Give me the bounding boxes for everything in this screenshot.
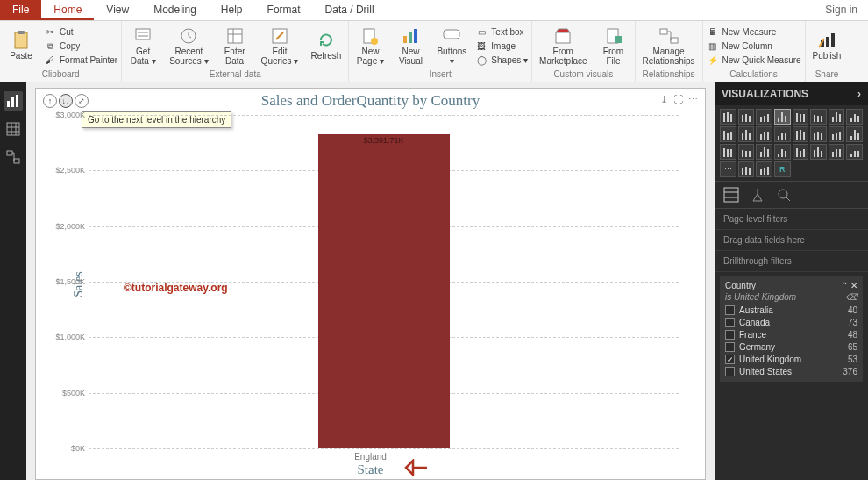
drag-fields-hint[interactable]: Drag data fields here — [715, 230, 868, 251]
svg-rect-53 — [742, 133, 743, 140]
drill-expand-button[interactable]: ⤢ — [75, 94, 89, 108]
checkbox[interactable] — [725, 318, 735, 327]
group-label-relationships: Relationships — [639, 69, 699, 80]
visualizations-header[interactable]: VISUALIZATIONS › — [715, 82, 868, 105]
viz-type-icon[interactable] — [846, 109, 863, 125]
viz-type-icon[interactable] — [810, 109, 827, 125]
viz-type-icon[interactable] — [774, 126, 791, 142]
tab-data-drill[interactable]: Data / Drill — [313, 0, 387, 20]
format-tab-icon[interactable] — [750, 187, 765, 203]
viz-type-icon[interactable] — [738, 144, 755, 160]
viz-type-icon[interactable] — [846, 126, 863, 142]
data-view-button[interactable] — [4, 119, 23, 139]
filter-value-row[interactable]: United Kingdom53 — [725, 355, 857, 364]
checkbox[interactable] — [725, 342, 735, 352]
file-menu[interactable]: File — [0, 0, 41, 20]
report-canvas[interactable]: ↑ ↓↓ ⤢ Go to the next level in the hiera… — [26, 82, 715, 480]
shapes-button[interactable]: ◯Shapes ▾ — [475, 54, 528, 67]
image-button[interactable]: 🖼Image — [475, 40, 528, 53]
focus-mode-icon[interactable]: ⛶ — [673, 94, 683, 105]
sign-in-link[interactable]: Sign in — [815, 0, 868, 20]
viz-type-icon[interactable] — [774, 109, 791, 125]
from-marketplace-button[interactable]: From Marketplace — [536, 25, 590, 68]
viz-type-icon[interactable]: ⋯ — [720, 161, 736, 177]
filter-value-row[interactable]: Australia40 — [725, 305, 857, 315]
viz-type-icon[interactable] — [738, 161, 755, 177]
get-data-button[interactable]: Get Data ▾ — [125, 25, 160, 68]
new-column-button[interactable]: ▥New Column — [707, 40, 801, 53]
bar-value-label: $3,391.71K — [318, 136, 450, 145]
model-view-button[interactable] — [4, 147, 23, 167]
filter-value-row[interactable]: United States376 — [725, 367, 857, 376]
more-options-icon[interactable]: ⋯ — [688, 94, 698, 105]
bar-england[interactable]: $3,391.71K — [318, 134, 450, 448]
report-view-button[interactable] — [4, 91, 23, 111]
viz-type-icon[interactable] — [793, 126, 809, 142]
viz-type-icon[interactable] — [756, 126, 772, 142]
filter-value-row[interactable]: Canada73 — [725, 318, 857, 327]
paste-button[interactable]: Paste — [4, 29, 39, 63]
viz-type-icon[interactable]: R — [774, 161, 791, 177]
drill-mode-icon[interactable]: ⤓ — [660, 94, 668, 105]
analytics-tab-icon[interactable] — [776, 187, 792, 203]
viz-type-icon[interactable] — [829, 144, 845, 160]
buttons-button[interactable]: Buttons ▾ — [433, 25, 470, 68]
new-measure-button[interactable]: 🖩New Measure — [707, 26, 801, 39]
tab-modeling[interactable]: Modeling — [141, 0, 209, 20]
refresh-button[interactable]: Refresh — [307, 29, 345, 63]
viz-type-icon[interactable] — [738, 126, 755, 142]
viz-type-icon[interactable] — [810, 144, 827, 160]
edit-queries-button[interactable]: Edit Queries ▾ — [258, 25, 302, 68]
new-page-button[interactable]: New Page ▾ — [352, 25, 388, 68]
filter-clear-icon[interactable]: ⌫ — [845, 292, 857, 302]
tab-format[interactable]: Format — [255, 0, 313, 20]
enter-data-button[interactable]: Enter Data — [217, 25, 253, 68]
viz-type-icon[interactable] — [720, 144, 736, 160]
drill-next-level-button[interactable]: ↓↓ — [59, 94, 73, 108]
fields-tab-icon[interactable] — [723, 187, 739, 203]
svg-rect-12 — [556, 32, 570, 43]
filter-value-row[interactable]: France48 — [725, 330, 857, 340]
publish-button[interactable]: Publish — [809, 29, 845, 63]
from-file-button[interactable]: From File — [596, 25, 631, 68]
chevron-right-icon: › — [857, 88, 861, 100]
textbox-button[interactable]: ▭Text box — [475, 26, 528, 39]
viz-type-icon[interactable] — [756, 144, 772, 160]
svg-point-105 — [779, 190, 787, 198]
new-visual-button[interactable]: New Visual — [393, 25, 428, 68]
svg-rect-90 — [817, 147, 819, 157]
manage-relationships-button[interactable]: Manage Relationships — [639, 25, 699, 68]
viz-type-icon[interactable] — [829, 109, 845, 125]
checkbox[interactable] — [725, 355, 735, 364]
cut-button[interactable]: ✂Cut — [44, 26, 117, 39]
tab-view[interactable]: View — [94, 0, 141, 20]
checkbox[interactable] — [725, 367, 735, 376]
tab-home[interactable]: Home — [41, 0, 94, 20]
svg-rect-84 — [781, 149, 783, 157]
format-painter-button[interactable]: 🖌Format Painter — [44, 54, 117, 67]
viz-type-icon[interactable] — [720, 126, 736, 142]
viz-type-icon[interactable] — [756, 109, 772, 125]
drill-up-button[interactable]: ↑ — [43, 94, 57, 108]
quick-measure-button[interactable]: ⚡New Quick Measure — [707, 54, 801, 67]
viz-type-icon[interactable] — [793, 144, 809, 160]
filter-collapse-icon[interactable]: ⌃ ✕ — [841, 281, 857, 290]
viz-type-icon[interactable] — [829, 126, 845, 142]
viz-type-icon[interactable] — [756, 161, 772, 177]
viz-type-icon[interactable] — [793, 109, 809, 125]
svg-rect-55 — [749, 133, 751, 140]
viz-type-icon[interactable] — [774, 144, 791, 160]
tab-help[interactable]: Help — [209, 0, 255, 20]
filter-card-country[interactable]: Country ⌃ ✕ is United Kingdom ⌫ Australi… — [720, 276, 863, 382]
viz-type-icon[interactable] — [846, 144, 863, 160]
checkbox[interactable] — [725, 305, 735, 315]
copy-button[interactable]: ⧉Copy — [44, 40, 117, 53]
chart-visual[interactable]: ↑ ↓↓ ⤢ Go to the next level in the hiera… — [35, 88, 706, 480]
recent-sources-button[interactable]: Recent Sources ▾ — [166, 25, 211, 68]
filter-value-row[interactable]: Germany65 — [725, 342, 857, 352]
viz-type-icon[interactable] — [810, 126, 827, 142]
viz-type-icon[interactable] — [720, 109, 736, 125]
svg-rect-56 — [760, 134, 762, 140]
checkbox[interactable] — [725, 330, 735, 340]
viz-type-icon[interactable] — [738, 109, 755, 125]
